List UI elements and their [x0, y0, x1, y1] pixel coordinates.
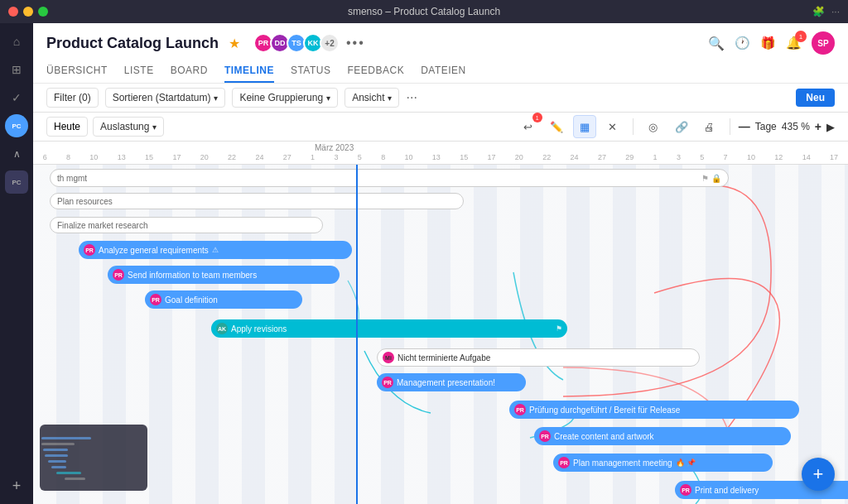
- pencil-icon-btn[interactable]: ✏️: [545, 115, 568, 138]
- today-button[interactable]: Heute: [46, 117, 88, 137]
- bar-fire-12: 🔥: [676, 458, 685, 467]
- table-icon-btn[interactable]: ▦: [573, 115, 596, 138]
- gantt-bar-4[interactable]: PR Analyze general requirements ⚠: [79, 241, 352, 259]
- filter-button[interactable]: Filter (0): [46, 88, 99, 108]
- minimize-button[interactable]: [23, 7, 33, 17]
- tab-dateien[interactable]: DATEIEN: [421, 60, 466, 83]
- bar-pin-12: 📌: [687, 458, 696, 467]
- tab-board[interactable]: BOARD: [171, 60, 208, 83]
- bar-label-10: Prüfung durchgeführt / Bereit für Releas…: [529, 406, 680, 415]
- gantt-bar-1[interactable]: th mgmt ⚑ 🔒: [50, 169, 729, 187]
- view-label: Ansicht: [352, 92, 384, 103]
- bar-label-7: Apply revisions: [231, 324, 287, 334]
- star-icon[interactable]: ★: [229, 36, 240, 51]
- minimap-bar-5: [48, 460, 66, 463]
- link-icon-btn[interactable]: 🔗: [670, 115, 693, 138]
- close-icon-btn[interactable]: ✕: [601, 115, 624, 138]
- gantt-bar-3[interactable]: Finalize market research: [50, 217, 323, 233]
- maximize-button[interactable]: [38, 7, 48, 17]
- zoom-minus[interactable]: —: [739, 120, 750, 133]
- clock-icon[interactable]: 🕐: [735, 36, 750, 50]
- sort-button[interactable]: Sortieren (Startdatum): [105, 88, 226, 108]
- puzzle-icon[interactable]: 🧩: [812, 6, 825, 17]
- bar-label-12: Plan management meeting: [573, 458, 672, 468]
- tage-label: Tage: [755, 121, 777, 132]
- bar-avatar-12: PR: [558, 457, 570, 468]
- sort-chevron: [214, 92, 218, 103]
- toolbar-separator2: [730, 118, 730, 135]
- main-content: Product Catalog Launch ★ PR DD TS KK +2 …: [33, 23, 848, 504]
- gantt-bar-9[interactable]: PR Management presentation!: [377, 373, 526, 391]
- project-title: Product Catalog Launch: [46, 35, 219, 52]
- bar-flag-7: ⚑: [556, 324, 562, 333]
- undo-icon-btn[interactable]: ↩ 1: [517, 115, 540, 138]
- sidebar-left: ⌂ ⊞ ✓ PC ∧ PC +: [0, 23, 33, 504]
- group-button[interactable]: Keine Gruppierung: [232, 88, 338, 108]
- toolbar-dots[interactable]: ···: [406, 90, 417, 105]
- close-button[interactable]: [8, 7, 18, 17]
- sidebar-item-home[interactable]: ⌂: [5, 30, 28, 53]
- bar-label-4: Analyze general requirements: [99, 246, 209, 255]
- tab-feedback[interactable]: FEEDBACK: [347, 60, 404, 83]
- sidebar-item-add[interactable]: +: [5, 474, 28, 497]
- bar-avatar-10: PR: [514, 404, 526, 415]
- scroll-right-icon[interactable]: ▶: [826, 121, 835, 133]
- gift-notification[interactable]: 🎁: [760, 36, 776, 50]
- tab-ubersicht[interactable]: ÜBERSICHT: [46, 60, 108, 83]
- group-label: Keine Gruppierung: [239, 92, 323, 103]
- sidebar-item-grid[interactable]: ⊞: [5, 58, 28, 81]
- titlebar-right-actions: 🧩 ···: [812, 6, 840, 17]
- bar-avatar-11: PR: [539, 430, 551, 442]
- bar-avatar-9: PR: [382, 377, 393, 388]
- gantt-bar-6[interactable]: PR Goal definition: [145, 290, 302, 309]
- bar-label-2: Plan resources: [57, 197, 113, 206]
- bell-notification[interactable]: 🔔 1: [786, 36, 802, 50]
- user-avatar[interactable]: SP: [812, 31, 835, 55]
- minimap-bar-2: [41, 443, 75, 445]
- bar-avatar-4: PR: [84, 244, 95, 256]
- sidebar-item-pc2[interactable]: PC: [5, 170, 28, 194]
- bar-avatar-8: Mi: [383, 352, 394, 363]
- gantt-chart: März 2023 681013151720222427135810131517…: [33, 142, 848, 504]
- more-avatars-button[interactable]: +2: [320, 33, 340, 53]
- target-icon-btn[interactable]: ◎: [642, 115, 665, 138]
- gantt-bar-8[interactable]: Mi Nicht terminierte Aufgabe: [377, 348, 700, 367]
- sidebar-item-collapse[interactable]: ∧: [5, 142, 28, 166]
- neu-button[interactable]: Neu: [796, 89, 835, 107]
- sidebar-item-check[interactable]: ✓: [5, 86, 28, 109]
- project-menu-button[interactable]: [346, 36, 365, 50]
- gantt-bar-7[interactable]: AK Apply revisions ⚑: [211, 319, 567, 338]
- minimap-bar-1: [41, 437, 91, 439]
- fab-add-button[interactable]: +: [802, 458, 835, 491]
- zoom-plus[interactable]: +: [815, 120, 822, 133]
- view-button[interactable]: Ansicht: [344, 88, 399, 108]
- bar-warning-4: ⚠: [212, 246, 219, 254]
- nav-tabs: ÜBERSICHT LISTE BOARD TIMELINE STATUS FE…: [46, 60, 835, 83]
- gantt-bar-5[interactable]: PR Send information to team members: [108, 266, 340, 284]
- today-line: [356, 142, 358, 504]
- gantt-bar-12[interactable]: PR Plan management meeting 🔥 📌: [553, 454, 773, 472]
- print-icon-btn[interactable]: 🖨: [698, 115, 721, 138]
- tab-status[interactable]: STATUS: [291, 60, 331, 83]
- tab-timeline[interactable]: TIMELINE: [224, 60, 274, 83]
- gantt-bar-11[interactable]: PR Create content and artwork: [534, 427, 791, 445]
- table-icon: ▦: [580, 121, 590, 133]
- minimap-bar-3: [43, 449, 68, 451]
- header: Product Catalog Launch ★ PR DD TS KK +2 …: [33, 23, 848, 84]
- gantt-bar-10[interactable]: PR Prüfung durchgeführt / Bereit für Rel…: [509, 401, 799, 419]
- gantt-bar-2[interactable]: Plan resources: [50, 193, 464, 209]
- minimap: [40, 425, 147, 491]
- load-button[interactable]: Auslastung: [93, 117, 164, 137]
- bar-label-11: Create content and artwork: [554, 432, 654, 441]
- load-label: Auslastung: [100, 121, 149, 132]
- bell-badge: 1: [795, 31, 807, 42]
- sidebar-item-pc1[interactable]: PC: [5, 114, 28, 137]
- search-icon[interactable]: 🔍: [708, 36, 725, 51]
- dots-icon[interactable]: ···: [831, 6, 840, 17]
- timeline-toolbar: Heute Auslastung ↩ 1 ✏️ ▦ ✕ ◎: [33, 113, 848, 142]
- tab-liste[interactable]: LISTE: [124, 60, 154, 83]
- header-actions-right: 🔍 🕐 🎁 🔔 1 SP: [708, 31, 835, 55]
- bar-icons-1: ⚑ 🔒: [701, 174, 721, 183]
- window-controls[interactable]: [8, 7, 48, 17]
- undo-badge: 1: [532, 113, 542, 122]
